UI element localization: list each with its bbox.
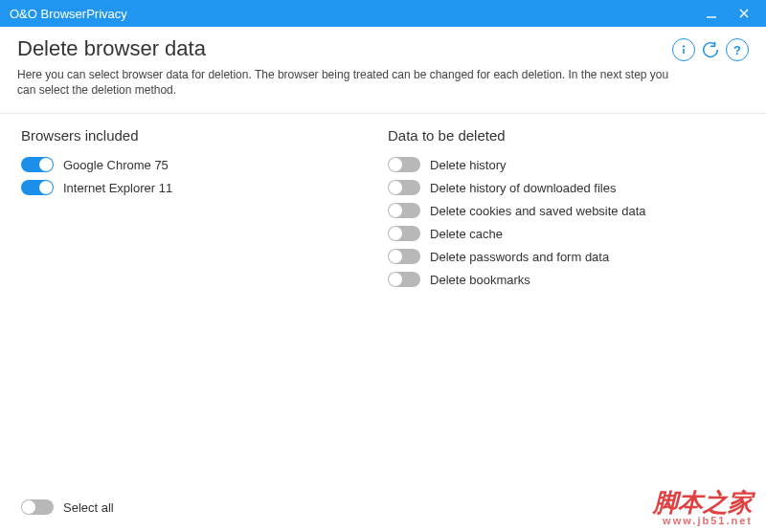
data-heading: Data to be deleted xyxy=(388,127,749,144)
browser-item-row: Internet Explorer 11 xyxy=(21,180,365,195)
select-all-row: Select all xyxy=(21,499,114,515)
browsers-heading: Browsers included xyxy=(21,127,365,144)
data-item-row: Delete passwords and form data xyxy=(388,249,749,264)
data-item-row: Delete history xyxy=(388,157,749,172)
page-description: Here you can select browser data for del… xyxy=(17,67,672,98)
browsers-column: Browsers included Google Chrome 75Intern… xyxy=(21,127,365,477)
data-item-row: Delete cookies and saved website data xyxy=(388,203,749,218)
data-item-label: Delete history xyxy=(430,158,506,172)
watermark: 脚本之家 www.jb51.net xyxy=(653,491,753,526)
titlebar: O&O BrowserPrivacy xyxy=(0,0,766,27)
close-button[interactable] xyxy=(728,0,760,27)
data-item-label: Delete passwords and form data xyxy=(430,250,609,264)
data-item-row: Delete bookmarks xyxy=(388,272,749,287)
app-title: O&O BrowserPrivacy xyxy=(10,7,695,21)
browser-item-toggle[interactable] xyxy=(21,180,54,195)
svg-point-3 xyxy=(683,46,685,48)
select-all-label: Select all xyxy=(63,500,114,515)
data-item-row: Delete cache xyxy=(388,226,749,241)
data-column: Data to be deleted Delete historyDelete … xyxy=(365,127,749,477)
data-item-toggle[interactable] xyxy=(388,226,420,241)
data-item-label: Delete history of downloaded files xyxy=(430,181,616,195)
data-item-label: Delete bookmarks xyxy=(430,273,530,287)
minimize-button[interactable] xyxy=(695,0,728,27)
select-all-toggle[interactable] xyxy=(21,499,54,515)
refresh-button[interactable] xyxy=(699,38,722,61)
browser-item-label: Internet Explorer 11 xyxy=(63,181,172,195)
page-header: Delete browser data Here you can select … xyxy=(0,27,766,103)
data-item-toggle[interactable] xyxy=(388,157,420,172)
browser-item-toggle[interactable] xyxy=(21,157,54,172)
data-item-toggle[interactable] xyxy=(388,203,420,218)
data-item-toggle[interactable] xyxy=(388,249,420,264)
data-item-label: Delete cache xyxy=(430,227,503,241)
page-title: Delete browser data xyxy=(17,36,672,61)
info-button[interactable] xyxy=(672,38,695,61)
data-item-toggle[interactable] xyxy=(388,180,420,195)
data-item-label: Delete cookies and saved website data xyxy=(430,204,645,218)
data-item-row: Delete history of downloaded files xyxy=(388,180,749,195)
data-item-toggle[interactable] xyxy=(388,272,420,287)
browser-item-row: Google Chrome 75 xyxy=(21,157,365,172)
browser-item-label: Google Chrome 75 xyxy=(63,158,169,172)
help-button[interactable]: ? xyxy=(726,38,749,61)
